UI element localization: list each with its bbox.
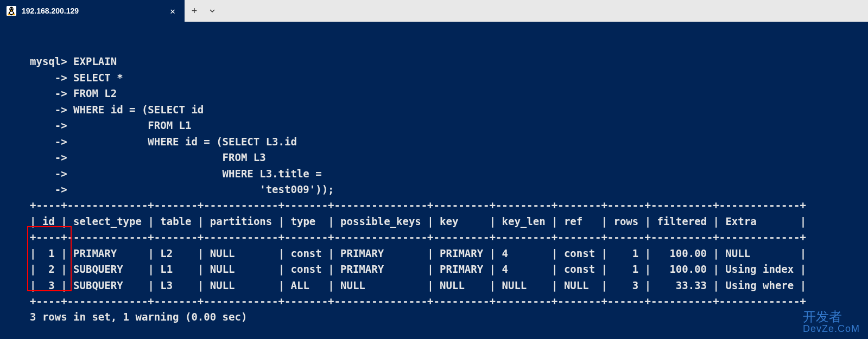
table-row: | 1 | PRIMARY | L2 | NULL | const | PRIM… xyxy=(30,247,806,259)
new-tab-button[interactable]: + xyxy=(185,0,204,22)
svg-point-3 xyxy=(10,8,11,9)
linux-tux-icon xyxy=(7,6,16,16)
table-row: | 3 | SUBQUERY | L3 | NULL | ALL | NULL … xyxy=(30,279,806,291)
table-row: | 2 | SUBQUERY | L1 | NULL | const | PRI… xyxy=(30,263,806,275)
query-line: -> SELECT * xyxy=(30,72,123,84)
watermark-text-1: 开发者 xyxy=(803,310,860,324)
tab-dropdown-icon[interactable] xyxy=(204,0,220,22)
svg-point-4 xyxy=(12,8,13,9)
result-summary: 3 rows in set, 1 warning (0.00 sec) xyxy=(30,311,247,323)
watermark: 开发者 DevZe.CoM xyxy=(803,310,860,335)
query-line: -> WHERE id = (SELECT L3.id xyxy=(30,136,297,148)
terminal-output[interactable]: mysql> EXPLAIN -> SELECT * -> FROM L2 ->… xyxy=(0,22,868,339)
query-line: mysql> EXPLAIN xyxy=(30,55,117,67)
query-line: -> 'test009')); xyxy=(30,183,334,195)
tab-title: 192.168.200.129 xyxy=(22,7,162,15)
query-line: -> WHERE L3.title = xyxy=(30,168,322,180)
query-line: -> WHERE id = (SELECT id xyxy=(30,104,204,116)
close-icon[interactable]: ✕ xyxy=(167,5,178,16)
svg-point-5 xyxy=(10,12,13,15)
tab-bar: 192.168.200.129 ✕ + xyxy=(0,0,868,22)
query-line: -> FROM L2 xyxy=(30,87,117,99)
table-border: +----+-------------+-------+------------… xyxy=(30,231,806,243)
watermark-text-2: DevZe.CoM xyxy=(803,324,860,335)
query-line: -> FROM L1 xyxy=(30,119,191,131)
table-border: +----+-------------+-------+------------… xyxy=(30,199,806,211)
query-line: -> FROM L3 xyxy=(30,151,266,163)
svg-point-6 xyxy=(8,14,10,15)
table-header-row: | id | select_type | table | partitions … xyxy=(30,215,806,227)
table-border: +----+-------------+-------+------------… xyxy=(30,295,806,307)
terminal-tab[interactable]: 192.168.200.129 ✕ xyxy=(0,0,185,22)
svg-point-7 xyxy=(12,14,15,15)
